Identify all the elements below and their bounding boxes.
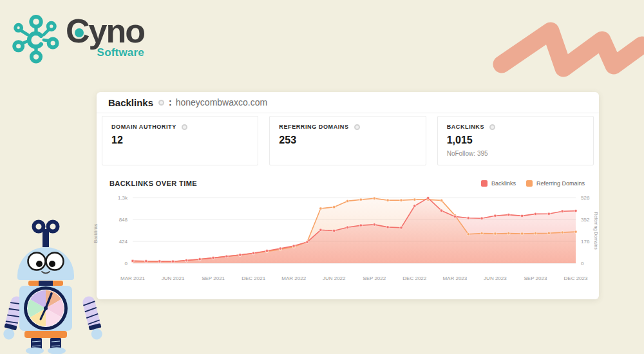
- svg-text:SEP 2022: SEP 2022: [363, 275, 386, 281]
- svg-text:352: 352: [581, 217, 590, 223]
- svg-text:SEP 2021: SEP 2021: [202, 275, 225, 281]
- metric-value: 253: [279, 135, 416, 146]
- brand-logo: Cyno Software: [12, 14, 144, 64]
- svg-text:DEC 2022: DEC 2022: [402, 275, 426, 281]
- metric-value: 12: [111, 135, 249, 146]
- svg-text:JUN 2022: JUN 2022: [323, 275, 346, 281]
- svg-text:SEP 2023: SEP 2023: [524, 275, 547, 281]
- info-icon[interactable]: [489, 124, 495, 130]
- page: { "brand": { "name": "Cyno", "subtitle":…: [0, 0, 644, 354]
- left-axis-title: Backlinks: [93, 224, 98, 243]
- squiggle-decoration: [493, 9, 644, 80]
- legend-item-referring-domains[interactable]: Referring Domains: [526, 180, 585, 187]
- chart-title: BACKLINKS OVER TIME: [109, 180, 197, 187]
- backlinks-over-time-chart: 004241768483521.3k528MAR 2021JUN 2021SEP…: [97, 190, 599, 293]
- backlinks-report-card: Backlinks : honeycombwaxco.com DOMAIN AU…: [97, 92, 599, 299]
- info-icon[interactable]: [158, 100, 164, 106]
- molecule-logo-icon: [12, 14, 61, 64]
- right-axis-title: Referring Domains: [594, 212, 598, 255]
- svg-text:DEC 2021: DEC 2021: [242, 275, 265, 281]
- legend-item-backlinks[interactable]: Backlinks: [481, 180, 516, 187]
- svg-text:176: 176: [581, 239, 590, 245]
- svg-text:0: 0: [125, 261, 128, 266]
- svg-text:MAR 2023: MAR 2023: [442, 275, 467, 281]
- metric-domain-authority: DOMAIN AUTHORITY 12: [102, 116, 258, 165]
- svg-text:MAR 2021: MAR 2021: [120, 275, 145, 281]
- robot-illustration: [1, 218, 104, 354]
- svg-text:0: 0: [581, 261, 584, 266]
- analyzed-domain: honeycombwaxco.com: [176, 97, 267, 107]
- card-header: Backlinks : honeycombwaxco.com: [97, 92, 599, 113]
- svg-text:JUN 2023: JUN 2023: [484, 275, 507, 281]
- svg-text:JUN 2021: JUN 2021: [162, 275, 185, 281]
- svg-text:DEC 2023: DEC 2023: [564, 275, 588, 281]
- metric-backlinks: BACKLINKS 1,015 NoFollow: 395: [437, 116, 594, 165]
- card-title: Backlinks: [108, 97, 153, 108]
- info-icon[interactable]: [354, 124, 360, 130]
- referring-domains-swatch-icon: [526, 180, 533, 187]
- chart-legend: Backlinks Referring Domains: [481, 180, 585, 187]
- metric-label: BACKLINKS: [447, 124, 484, 130]
- title-separator: :: [169, 97, 172, 107]
- line-chart-canvas[interactable]: 004241768483521.3k528MAR 2021JUN 2021SEP…: [103, 190, 592, 288]
- svg-text:848: 848: [119, 217, 128, 223]
- svg-text:1.3k: 1.3k: [118, 195, 128, 201]
- metric-value: 1,015: [447, 135, 584, 146]
- svg-text:MAR 2022: MAR 2022: [281, 275, 306, 281]
- metric-label: REFERRING DOMAINS: [279, 124, 348, 130]
- backlinks-swatch-icon: [481, 180, 488, 187]
- metric-label: DOMAIN AUTHORITY: [111, 124, 176, 130]
- robot-clock-face: [28, 290, 64, 326]
- metric-referring-domains: REFERRING DOMAINS 253: [269, 116, 426, 165]
- svg-text:424: 424: [119, 239, 128, 245]
- svg-text:528: 528: [581, 195, 590, 201]
- metric-note: NoFollow: 395: [447, 150, 584, 157]
- metrics-row: DOMAIN AUTHORITY 12 REFERRING DOMAINS 25…: [102, 116, 594, 165]
- brand-c-dot: [75, 28, 84, 37]
- info-icon[interactable]: [182, 124, 187, 130]
